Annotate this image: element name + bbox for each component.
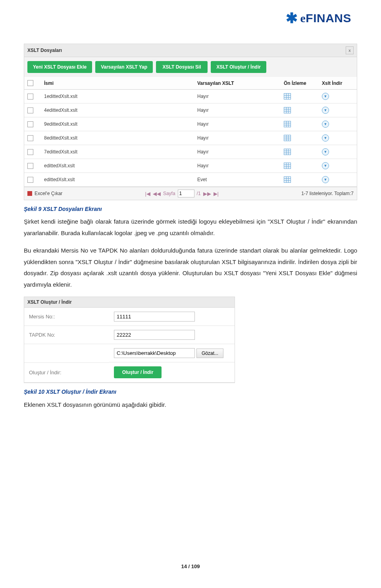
tapdk-input[interactable] bbox=[114, 330, 195, 340]
pager-next-icon[interactable]: ▶▶ bbox=[203, 191, 211, 197]
download-icon[interactable] bbox=[322, 134, 329, 142]
col-header-download: Xslt İndir bbox=[319, 77, 357, 90]
cell-default: Evet bbox=[194, 173, 281, 187]
preview-icon[interactable] bbox=[284, 163, 291, 169]
pager-last-icon[interactable]: ▶| bbox=[214, 191, 219, 197]
tapdk-label: TAPDK No: bbox=[24, 326, 109, 344]
download-icon[interactable] bbox=[322, 121, 329, 128]
preview-icon[interactable] bbox=[284, 135, 291, 141]
add-xslt-button[interactable]: Yeni XSLT Dosyası Ekle bbox=[27, 61, 92, 73]
preview-icon[interactable] bbox=[284, 121, 291, 127]
panel-title: XSLT Dosyaları bbox=[27, 48, 62, 53]
figure-10-caption: Şekil 10 XSLT Oluştur / İndir Ekranı bbox=[24, 389, 357, 395]
cell-default: Hayır bbox=[194, 90, 281, 103]
form-row-mersis: Mersis No:: bbox=[24, 308, 235, 326]
row-checkbox[interactable] bbox=[27, 149, 33, 155]
export-excel-button[interactable]: Excel'e Çıkar bbox=[27, 191, 62, 196]
form-row-file: Gözat... bbox=[24, 344, 235, 363]
cell-name: 7edittedXslt.xslt bbox=[41, 145, 194, 159]
cell-name: 9edittedXslt.xslt bbox=[41, 117, 194, 131]
delete-xslt-button[interactable]: XSLT Dosyası Sil bbox=[156, 61, 208, 73]
xslt-files-panel: XSLT Dosyaları x Yeni XSLT Dosyası Ekle … bbox=[24, 44, 357, 200]
logo-star-icon: ✱ bbox=[286, 11, 298, 25]
pager-page-input[interactable] bbox=[178, 190, 194, 197]
table-row: edittedXslt.xsltHayır bbox=[24, 159, 357, 173]
cell-name: 1edittedXslt.xslt bbox=[41, 90, 194, 103]
row-checkbox[interactable] bbox=[27, 94, 33, 100]
col-header-default: Varsayılan XSLT bbox=[194, 77, 281, 90]
preview-icon[interactable] bbox=[284, 149, 291, 155]
row-checkbox[interactable] bbox=[27, 163, 33, 169]
excel-icon bbox=[27, 191, 32, 196]
cell-name: 8edittedXslt.xslt bbox=[41, 131, 194, 145]
cell-default: Hayır bbox=[194, 131, 281, 145]
download-icon[interactable] bbox=[322, 176, 329, 183]
action-bar: Yeni XSLT Dosyası Ekle Varsayılan XSLT Y… bbox=[24, 57, 357, 77]
create-download-xslt-button[interactable]: XSLT Oluştur / İndir bbox=[211, 61, 266, 73]
paragraph-2: Bu ekrandaki Mersis No ve TAPDK No alanl… bbox=[24, 245, 357, 290]
pager-prev-icon[interactable]: ◀◀ bbox=[153, 191, 161, 197]
download-icon[interactable] bbox=[322, 93, 329, 100]
close-icon[interactable]: x bbox=[346, 46, 354, 54]
form-row-tapdk: TAPDK No: bbox=[24, 326, 235, 344]
table-row: 4edittedXslt.xsltHayır bbox=[24, 103, 357, 117]
cell-name: edittedXslt.xslt bbox=[41, 173, 194, 187]
page-number: 14 / 109 bbox=[0, 563, 381, 569]
table-row: edittedXslt.xsltEvet bbox=[24, 173, 357, 187]
panel-title-bar-2: XSLT Oluştur / İndir bbox=[24, 297, 235, 308]
download-icon[interactable] bbox=[322, 148, 329, 155]
browse-button[interactable]: Gözat... bbox=[196, 349, 223, 358]
mersis-input[interactable] bbox=[114, 312, 195, 322]
table-row: 7edittedXslt.xsltHayır bbox=[24, 145, 357, 159]
preview-icon[interactable] bbox=[284, 93, 291, 100]
create-download-label: Oluştur / İndir: bbox=[24, 362, 109, 383]
panel-title-2: XSLT Oluştur / İndir bbox=[27, 299, 72, 305]
create-download-button[interactable]: Oluştur / İndir bbox=[114, 366, 162, 378]
row-checkbox[interactable] bbox=[27, 121, 33, 127]
paragraph-1: Şirket kendi isteğine bağlı olarak fatur… bbox=[24, 216, 357, 239]
pager-first-icon[interactable]: |◀ bbox=[145, 191, 150, 197]
row-checkbox[interactable] bbox=[27, 135, 33, 141]
cell-name: edittedXslt.xslt bbox=[41, 159, 194, 173]
download-icon[interactable] bbox=[322, 162, 329, 169]
paragraph-3: Eklenen XSLT dosyasının görünümü aşağıda… bbox=[24, 401, 357, 408]
download-icon[interactable] bbox=[322, 107, 329, 114]
xslt-table: İsmi Varsayılan XSLT Ön İzleme Xslt İndi… bbox=[24, 77, 357, 187]
table-row: 1edittedXslt.xsltHayır bbox=[24, 90, 357, 103]
file-path-input[interactable] bbox=[114, 348, 195, 358]
table-row: 8edittedXslt.xsltHayır bbox=[24, 131, 357, 145]
row-checkbox[interactable] bbox=[27, 177, 33, 183]
row-checkbox[interactable] bbox=[27, 107, 33, 113]
set-default-xslt-button[interactable]: Varsayılan XSLT Yap bbox=[95, 61, 153, 73]
brand-logo: ✱ eFINANS bbox=[286, 11, 351, 25]
panel-title-bar: XSLT Dosyaları x bbox=[24, 44, 357, 57]
select-all-checkbox[interactable] bbox=[27, 80, 33, 86]
pager: |◀ ◀◀ Sayfa /1 ▶▶ ▶| bbox=[145, 190, 218, 197]
cell-name: 4edittedXslt.xslt bbox=[41, 103, 194, 117]
figure-9-caption: Şekil 9 XSLT Dosyaları Ekranı bbox=[24, 206, 357, 212]
mersis-label: Mersis No:: bbox=[24, 308, 109, 326]
preview-icon[interactable] bbox=[284, 176, 291, 183]
col-header-preview: Ön İzleme bbox=[281, 77, 319, 90]
cell-default: Hayır bbox=[194, 103, 281, 117]
listing-info: 1-7 listeleniyor. Toplam:7 bbox=[301, 191, 354, 196]
preview-icon[interactable] bbox=[284, 107, 291, 113]
cell-default: Hayır bbox=[194, 145, 281, 159]
col-header-name: İsmi bbox=[41, 77, 194, 90]
cell-default: Hayır bbox=[194, 159, 281, 173]
cell-default: Hayır bbox=[194, 117, 281, 131]
table-row: 9edittedXslt.xsltHayır bbox=[24, 117, 357, 131]
grid-footer: Excel'e Çıkar |◀ ◀◀ Sayfa /1 ▶▶ ▶| 1-7 l… bbox=[24, 187, 357, 200]
xslt-create-panel: XSLT Oluştur / İndir Mersis No:: TAPDK N… bbox=[24, 297, 235, 383]
form-row-action: Oluştur / İndir: Oluştur / İndir bbox=[24, 362, 235, 383]
